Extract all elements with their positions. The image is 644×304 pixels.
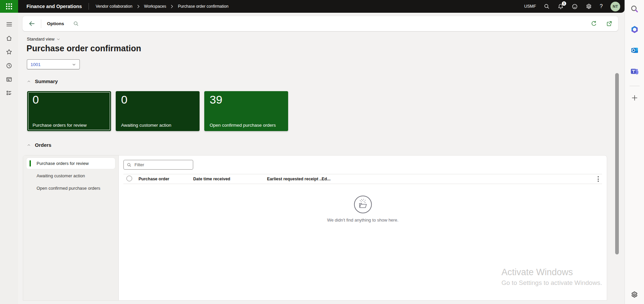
sidebar-divider <box>630 86 640 86</box>
vendor-account-combobox[interactable]: 1001 <box>27 59 80 69</box>
view-selector-label: Standard view <box>27 37 54 42</box>
app-launcher-button[interactable] <box>0 0 18 13</box>
account-avatar[interactable]: NT <box>610 2 620 11</box>
settings-gear-icon[interactable] <box>586 3 592 10</box>
tab-label: Purchase orders for review <box>37 161 89 166</box>
edge-sidebar <box>625 0 644 304</box>
chevron-right-icon <box>137 4 140 9</box>
open-in-new-window-icon[interactable] <box>606 20 612 27</box>
app-title[interactable]: Finance and Operations <box>26 4 82 9</box>
action-bar: Options <box>22 16 618 31</box>
action-bar-divider <box>41 19 41 28</box>
select-all-radio[interactable] <box>126 176 132 181</box>
action-bar-search-icon[interactable] <box>73 21 79 26</box>
screen: Finance and Operations Vendor collaborat… <box>0 0 644 304</box>
summary-tiles: 0 Purchase orders for review 0 Awaiting … <box>27 91 288 131</box>
orders-section-header[interactable]: Orders <box>27 142 51 148</box>
breadcrumb: Vendor collaboration Workspaces Purchase… <box>96 4 228 9</box>
outlook-icon[interactable] <box>630 46 639 55</box>
home-icon[interactable] <box>6 35 12 42</box>
menu-hamburger-icon[interactable] <box>6 21 13 28</box>
chevron-down-icon[interactable] <box>72 62 76 67</box>
breadcrumb-vendor-collaboration[interactable]: Vendor collaboration <box>96 4 132 9</box>
waffle-icon <box>6 3 12 9</box>
filter-input-container <box>123 160 193 170</box>
breadcrumb-workspaces[interactable]: Workspaces <box>144 4 166 9</box>
tile-purchase-orders-for-review[interactable]: 0 Purchase orders for review <box>27 91 111 131</box>
chevron-right-icon <box>170 4 173 9</box>
topbar-divider <box>89 3 89 10</box>
action-bar-right-icons <box>591 20 612 27</box>
add-plus-icon[interactable] <box>631 94 638 102</box>
teams-icon[interactable] <box>630 67 639 76</box>
orders-grid-area: Purchase order Date time received Earlie… <box>119 156 607 300</box>
tile-open-confirmed-purchase-orders[interactable]: 39 Open confirmed purchase orders <box>204 91 288 131</box>
favorites-star-icon[interactable] <box>6 49 12 55</box>
feedback-smiley-icon[interactable] <box>572 3 578 10</box>
search-icon[interactable] <box>544 3 550 9</box>
main-content: Options Standard view Purchase order con… <box>18 13 625 304</box>
view-selector[interactable]: Standard view <box>27 37 60 42</box>
column-date-time-received[interactable]: Date time received <box>193 177 267 181</box>
chevron-up-icon <box>27 143 31 147</box>
notification-count-badge: 1 <box>562 1 566 6</box>
tab-awaiting-customer-action[interactable]: Awaiting customer action <box>26 170 115 181</box>
select-all-column <box>126 176 139 182</box>
orders-tab-list: Purchase orders for review Awaiting cust… <box>23 156 119 300</box>
tile-count: 0 <box>121 93 127 106</box>
filter-search-icon <box>127 163 131 167</box>
orders-card: Purchase orders for review Awaiting cust… <box>23 155 607 301</box>
back-arrow-icon[interactable] <box>28 20 35 27</box>
help-icon[interactable]: ? <box>600 3 603 9</box>
grid-header-row: Purchase order Date time received Earlie… <box>123 174 602 184</box>
tab-open-confirmed-purchase-orders[interactable]: Open confirmed purchase orders <box>26 183 115 194</box>
column-ed[interactable]: Ed... <box>322 177 594 181</box>
breadcrumb-purchase-order-confirmation[interactable]: Purchase order confirmation <box>178 4 228 9</box>
summary-section-header[interactable]: Summary <box>27 78 58 84</box>
empty-state: We didn't find anything to show here. <box>119 195 607 223</box>
page-title: Purchase order confirmation <box>26 44 141 53</box>
topbar-right-actions: USMF 1 ? NT <box>524 2 620 11</box>
refresh-icon[interactable] <box>591 20 597 27</box>
microsoft-365-icon[interactable] <box>630 25 639 34</box>
tile-label: Awaiting customer action <box>121 123 171 128</box>
grid-more-options-icon[interactable] <box>594 176 602 182</box>
empty-folder-confetti-icon <box>354 195 372 214</box>
company-badge[interactable]: USMF <box>524 4 536 9</box>
options-button[interactable]: Options <box>47 21 64 26</box>
recent-clock-icon[interactable] <box>6 62 12 69</box>
vertical-scrollbar[interactable] <box>615 73 619 254</box>
top-navigation-bar: Finance and Operations Vendor collaborat… <box>0 0 625 13</box>
left-navigation-rail <box>0 13 18 304</box>
vendor-account-value: 1001 <box>31 62 72 67</box>
column-earliest-requested-receipt[interactable]: Earliest requested receipt ... <box>267 177 322 181</box>
tile-label: Purchase orders for review <box>33 123 87 128</box>
modules-list-icon[interactable] <box>6 90 12 97</box>
sidebar-settings-gear-icon[interactable] <box>631 291 638 299</box>
tile-label: Open confirmed purchase orders <box>210 123 276 128</box>
orders-section-title: Orders <box>35 142 51 148</box>
tab-label: Open confirmed purchase orders <box>37 186 100 191</box>
column-purchase-order[interactable]: Purchase order <box>139 177 193 181</box>
chevron-down-icon <box>56 37 60 41</box>
empty-state-message: We didn't find anything to show here. <box>327 218 398 223</box>
sidebar-search-icon[interactable] <box>630 5 639 13</box>
chevron-up-icon <box>27 79 31 83</box>
tab-label: Awaiting customer action <box>37 173 85 178</box>
tile-count: 39 <box>210 93 222 106</box>
tile-awaiting-customer-action[interactable]: 0 Awaiting customer action <box>116 91 200 131</box>
workspaces-window-icon[interactable] <box>6 76 12 83</box>
tile-count: 0 <box>33 93 39 106</box>
summary-section-title: Summary <box>35 78 58 84</box>
notifications-bell-icon[interactable]: 1 <box>557 3 564 10</box>
filter-input[interactable] <box>134 162 194 168</box>
tab-purchase-orders-for-review[interactable]: Purchase orders for review <box>26 158 115 169</box>
